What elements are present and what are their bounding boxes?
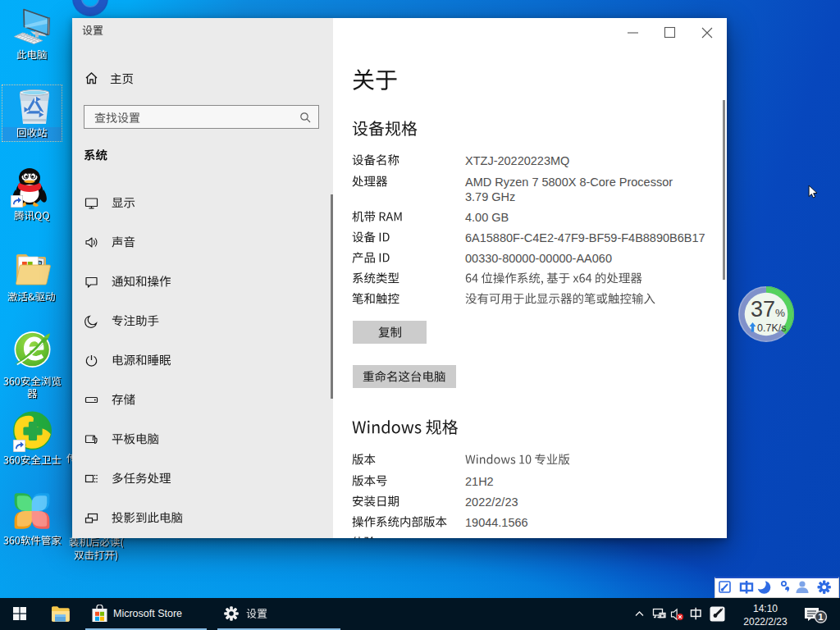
svg-text:1: 1 (818, 612, 824, 622)
